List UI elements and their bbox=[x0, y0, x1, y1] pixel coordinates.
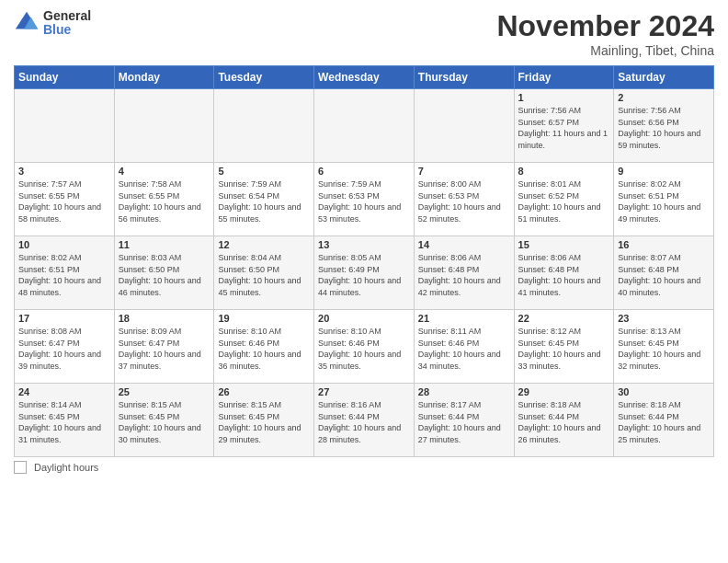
day-info: Sunrise: 8:14 AMSunset: 6:45 PMDaylight:… bbox=[18, 399, 110, 445]
day-info: Sunrise: 8:16 AMSunset: 6:44 PMDaylight:… bbox=[318, 399, 410, 445]
day-info: Sunrise: 8:15 AMSunset: 6:45 PMDaylight:… bbox=[218, 399, 310, 445]
table-row: 14Sunrise: 8:06 AMSunset: 6:48 PMDayligh… bbox=[414, 236, 514, 310]
day-info: Sunrise: 7:59 AMSunset: 6:54 PMDaylight:… bbox=[218, 178, 310, 224]
header-sunday: Sunday bbox=[15, 66, 115, 89]
day-info: Sunrise: 7:59 AMSunset: 6:53 PMDaylight:… bbox=[318, 178, 410, 224]
table-row: 18Sunrise: 8:09 AMSunset: 6:47 PMDayligh… bbox=[114, 310, 214, 384]
day-info: Sunrise: 7:58 AMSunset: 6:55 PMDaylight:… bbox=[119, 178, 210, 224]
day-info: Sunrise: 8:13 AMSunset: 6:45 PMDaylight:… bbox=[618, 326, 710, 372]
logo-text: General Blue bbox=[43, 9, 91, 38]
table-row: 20Sunrise: 8:10 AMSunset: 6:46 PMDayligh… bbox=[314, 310, 415, 384]
header-thursday: Thursday bbox=[414, 66, 514, 89]
day-number: 2 bbox=[618, 92, 710, 103]
table-row: 13Sunrise: 8:05 AMSunset: 6:49 PMDayligh… bbox=[314, 236, 415, 310]
day-info: Sunrise: 8:06 AMSunset: 6:48 PMDaylight:… bbox=[518, 252, 610, 298]
table-row: 9Sunrise: 8:02 AMSunset: 6:51 PMDaylight… bbox=[614, 163, 714, 236]
day-info: Sunrise: 8:02 AMSunset: 6:51 PMDaylight:… bbox=[18, 252, 110, 298]
table-row bbox=[414, 89, 514, 163]
day-info: Sunrise: 8:10 AMSunset: 6:46 PMDaylight:… bbox=[218, 326, 310, 372]
day-info: Sunrise: 8:00 AMSunset: 6:53 PMDaylight:… bbox=[418, 178, 510, 224]
day-number: 30 bbox=[618, 386, 710, 397]
day-number: 15 bbox=[518, 239, 610, 250]
logo: General Blue bbox=[14, 9, 91, 38]
day-number: 25 bbox=[119, 386, 210, 397]
day-info: Sunrise: 8:10 AMSunset: 6:46 PMDaylight:… bbox=[318, 326, 410, 372]
day-info: Sunrise: 7:56 AMSunset: 6:56 PMDaylight:… bbox=[618, 105, 710, 151]
day-info: Sunrise: 8:01 AMSunset: 6:52 PMDaylight:… bbox=[518, 178, 610, 224]
table-row: 5Sunrise: 7:59 AMSunset: 6:54 PMDaylight… bbox=[214, 163, 314, 236]
day-info: Sunrise: 8:15 AMSunset: 6:45 PMDaylight:… bbox=[119, 399, 210, 445]
day-number: 10 bbox=[18, 239, 110, 250]
footer-label: Daylight hours bbox=[34, 462, 98, 473]
calendar-table: Sunday Monday Tuesday Wednesday Thursday… bbox=[14, 65, 714, 457]
day-info: Sunrise: 8:06 AMSunset: 6:48 PMDaylight:… bbox=[418, 252, 510, 298]
day-info: Sunrise: 8:02 AMSunset: 6:51 PMDaylight:… bbox=[618, 178, 710, 224]
header-saturday: Saturday bbox=[614, 66, 714, 89]
location-subtitle: Mainling, Tibet, China bbox=[496, 43, 714, 58]
table-row: 12Sunrise: 8:04 AMSunset: 6:50 PMDayligh… bbox=[214, 236, 314, 310]
table-row: 23Sunrise: 8:13 AMSunset: 6:45 PMDayligh… bbox=[614, 310, 714, 384]
day-number: 22 bbox=[518, 313, 610, 324]
table-row: 15Sunrise: 8:06 AMSunset: 6:48 PMDayligh… bbox=[514, 236, 614, 310]
day-number: 17 bbox=[18, 313, 110, 324]
day-number: 4 bbox=[119, 166, 210, 177]
table-row bbox=[15, 89, 115, 163]
day-info: Sunrise: 8:11 AMSunset: 6:46 PMDaylight:… bbox=[418, 326, 510, 372]
table-row: 21Sunrise: 8:11 AMSunset: 6:46 PMDayligh… bbox=[414, 310, 514, 384]
table-row: 27Sunrise: 8:16 AMSunset: 6:44 PMDayligh… bbox=[314, 384, 415, 457]
month-title: November 2024 bbox=[496, 9, 714, 43]
table-row: 25Sunrise: 8:15 AMSunset: 6:45 PMDayligh… bbox=[114, 384, 214, 457]
day-info: Sunrise: 8:07 AMSunset: 6:48 PMDaylight:… bbox=[618, 252, 710, 298]
day-info: Sunrise: 8:17 AMSunset: 6:44 PMDaylight:… bbox=[418, 399, 510, 445]
table-row: 4Sunrise: 7:58 AMSunset: 6:55 PMDaylight… bbox=[114, 163, 214, 236]
footer: Daylight hours bbox=[14, 461, 714, 474]
day-info: Sunrise: 8:04 AMSunset: 6:50 PMDaylight:… bbox=[218, 252, 310, 298]
header-monday: Monday bbox=[114, 66, 214, 89]
page: General Blue November 2024 Mainling, Tib… bbox=[0, 0, 728, 483]
table-row: 17Sunrise: 8:08 AMSunset: 6:47 PMDayligh… bbox=[15, 310, 115, 384]
day-number: 9 bbox=[618, 166, 710, 177]
table-row: 16Sunrise: 8:07 AMSunset: 6:48 PMDayligh… bbox=[614, 236, 714, 310]
day-info: Sunrise: 8:03 AMSunset: 6:50 PMDaylight:… bbox=[119, 252, 210, 298]
footer-box bbox=[14, 461, 27, 474]
logo-general: General bbox=[43, 9, 91, 23]
day-number: 21 bbox=[418, 313, 510, 324]
header-tuesday: Tuesday bbox=[214, 66, 314, 89]
day-info: Sunrise: 8:18 AMSunset: 6:44 PMDaylight:… bbox=[518, 399, 610, 445]
day-number: 28 bbox=[418, 386, 510, 397]
table-row bbox=[114, 89, 214, 163]
logo-icon bbox=[14, 10, 40, 36]
day-number: 16 bbox=[618, 239, 710, 250]
day-number: 5 bbox=[218, 166, 310, 177]
day-info: Sunrise: 8:08 AMSunset: 6:47 PMDaylight:… bbox=[18, 326, 110, 372]
table-row: 24Sunrise: 8:14 AMSunset: 6:45 PMDayligh… bbox=[15, 384, 115, 457]
day-number: 6 bbox=[318, 166, 410, 177]
day-info: Sunrise: 8:05 AMSunset: 6:49 PMDaylight:… bbox=[318, 252, 410, 298]
table-row: 30Sunrise: 8:18 AMSunset: 6:44 PMDayligh… bbox=[614, 384, 714, 457]
table-row: 19Sunrise: 8:10 AMSunset: 6:46 PMDayligh… bbox=[214, 310, 314, 384]
day-number: 26 bbox=[218, 386, 310, 397]
header-wednesday: Wednesday bbox=[314, 66, 415, 89]
day-info: Sunrise: 8:12 AMSunset: 6:45 PMDaylight:… bbox=[518, 326, 610, 372]
table-row bbox=[214, 89, 314, 163]
day-number: 14 bbox=[418, 239, 510, 250]
table-row bbox=[314, 89, 415, 163]
day-info: Sunrise: 8:18 AMSunset: 6:44 PMDaylight:… bbox=[618, 399, 710, 445]
header-friday: Friday bbox=[514, 66, 614, 89]
title-block: November 2024 Mainling, Tibet, China bbox=[496, 9, 714, 58]
logo-blue: Blue bbox=[43, 23, 91, 37]
table-row: 11Sunrise: 8:03 AMSunset: 6:50 PMDayligh… bbox=[114, 236, 214, 310]
day-number: 19 bbox=[218, 313, 310, 324]
day-number: 18 bbox=[119, 313, 210, 324]
table-row: 10Sunrise: 8:02 AMSunset: 6:51 PMDayligh… bbox=[15, 236, 115, 310]
day-number: 13 bbox=[318, 239, 410, 250]
day-number: 7 bbox=[418, 166, 510, 177]
day-number: 3 bbox=[18, 166, 110, 177]
table-row: 26Sunrise: 8:15 AMSunset: 6:45 PMDayligh… bbox=[214, 384, 314, 457]
table-row: 28Sunrise: 8:17 AMSunset: 6:44 PMDayligh… bbox=[414, 384, 514, 457]
table-row: 1Sunrise: 7:56 AMSunset: 6:57 PMDaylight… bbox=[514, 89, 614, 163]
table-row: 29Sunrise: 8:18 AMSunset: 6:44 PMDayligh… bbox=[514, 384, 614, 457]
table-row: 6Sunrise: 7:59 AMSunset: 6:53 PMDaylight… bbox=[314, 163, 415, 236]
table-row: 3Sunrise: 7:57 AMSunset: 6:55 PMDaylight… bbox=[15, 163, 115, 236]
calendar-header: Sunday Monday Tuesday Wednesday Thursday… bbox=[15, 66, 714, 89]
